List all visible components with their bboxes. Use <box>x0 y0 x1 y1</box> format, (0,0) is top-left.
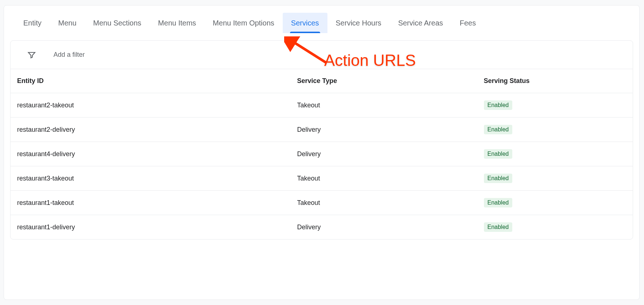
cell-serving-status: Enabled <box>477 118 633 142</box>
table-row[interactable]: restaurant2-deliveryDeliveryEnabled <box>11 118 633 142</box>
cell-entity-id: restaurant1-takeout <box>11 191 291 215</box>
cell-serving-status: Enabled <box>477 166 633 191</box>
table-row[interactable]: restaurant1-deliveryDeliveryEnabled <box>11 215 633 239</box>
cell-service-type: Delivery <box>291 118 477 142</box>
tab-service-hours[interactable]: Service Hours <box>327 13 390 33</box>
tabs: EntityMenuMenu SectionsMenu ItemsMenu It… <box>4 5 639 40</box>
col-serving-status[interactable]: Serving Status <box>477 69 633 93</box>
cell-entity-id: restaurant4-delivery <box>11 142 291 166</box>
filter-row: Add a filter <box>11 41 633 69</box>
col-service-type[interactable]: Service Type <box>291 69 477 93</box>
status-badge: Enabled <box>484 100 513 110</box>
tab-fees[interactable]: Fees <box>452 13 484 33</box>
cell-entity-id: restaurant1-delivery <box>11 215 291 239</box>
cell-serving-status: Enabled <box>477 215 633 239</box>
table-wrap: Add a filter Entity ID Service Type Serv… <box>10 40 633 239</box>
cell-entity-id: restaurant2-takeout <box>11 93 291 118</box>
cell-entity-id: restaurant2-delivery <box>11 118 291 142</box>
cell-service-type: Takeout <box>291 166 477 191</box>
status-badge: Enabled <box>484 198 513 207</box>
table-row[interactable]: restaurant3-takeoutTakeoutEnabled <box>11 166 633 191</box>
tab-menu-items[interactable]: Menu Items <box>150 13 204 33</box>
cell-service-type: Takeout <box>291 93 477 118</box>
cell-serving-status: Enabled <box>477 93 633 118</box>
cell-service-type: Delivery <box>291 142 477 166</box>
table-header-row: Entity ID Service Type Serving Status <box>11 69 633 93</box>
status-badge: Enabled <box>484 149 513 159</box>
status-badge: Enabled <box>484 174 513 183</box>
cell-entity-id: restaurant3-takeout <box>11 166 291 191</box>
table-row[interactable]: restaurant2-takeoutTakeoutEnabled <box>11 93 633 118</box>
tab-services[interactable]: Services <box>283 13 327 33</box>
col-entity-id[interactable]: Entity ID <box>11 69 291 93</box>
tab-menu[interactable]: Menu <box>50 13 85 33</box>
filter-icon[interactable] <box>21 45 42 65</box>
cell-service-type: Delivery <box>291 215 477 239</box>
tab-entity[interactable]: Entity <box>15 13 50 33</box>
cell-service-type: Takeout <box>291 191 477 215</box>
cell-serving-status: Enabled <box>477 191 633 215</box>
main-panel: EntityMenuMenu SectionsMenu ItemsMenu It… <box>4 5 640 300</box>
status-badge: Enabled <box>484 222 513 232</box>
tab-service-areas[interactable]: Service Areas <box>390 13 451 33</box>
tab-menu-item-options[interactable]: Menu Item Options <box>204 13 283 33</box>
cell-serving-status: Enabled <box>477 142 633 166</box>
services-table: Entity ID Service Type Serving Status re… <box>11 69 633 239</box>
tab-menu-sections[interactable]: Menu Sections <box>85 13 150 33</box>
add-filter-button[interactable]: Add a filter <box>53 51 85 59</box>
status-badge: Enabled <box>484 125 513 134</box>
table-row[interactable]: restaurant1-takeoutTakeoutEnabled <box>11 191 633 215</box>
table-row[interactable]: restaurant4-deliveryDeliveryEnabled <box>11 142 633 166</box>
